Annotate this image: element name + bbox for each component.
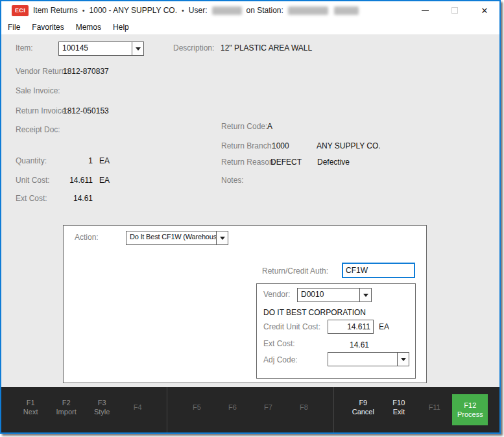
f7-key: F7 — [264, 403, 272, 412]
return-branch-label: Return Branch: — [221, 141, 274, 150]
company-title: 1000 - ANY SUPPLY CO. — [90, 6, 177, 15]
return-reason-value: DEFECT — [270, 158, 302, 167]
vendor-label: Vendor: — [263, 290, 290, 299]
unit-cost-label: Unit Cost: — [16, 176, 50, 185]
maximize-button — [440, 1, 470, 19]
maximize-icon — [451, 7, 458, 14]
f12-label: Process — [457, 410, 483, 419]
f3-style-button[interactable]: F3 Style — [84, 387, 120, 432]
menu-help[interactable]: Help — [107, 19, 135, 34]
chevron-down-icon[interactable] — [216, 231, 228, 244]
f9-cancel-button[interactable]: F9 Cancel — [345, 387, 381, 432]
f4-key: F4 — [134, 403, 142, 412]
notes-label: Notes: — [221, 176, 244, 185]
ext-cost-label: Ext Cost: — [16, 194, 47, 203]
function-key-group-2: F5 F6 F7 F8 — [167, 387, 333, 432]
minimize-icon — [422, 10, 429, 11]
ext-cost-value: 14.61 — [63, 194, 93, 203]
f10-label: Exit — [393, 407, 405, 416]
f11-key: F11 — [429, 403, 440, 412]
function-key-bar: F1 Next F2 Import F3 Style F4 F5 F6 — [1, 387, 499, 432]
title-separator: • — [82, 6, 85, 14]
vendor-ext-cost-value: 14.61 — [328, 340, 369, 349]
action-label: Action: — [75, 233, 99, 242]
vendor-ext-cost-label: Ext Cost: — [263, 339, 295, 348]
quantity-value: 1 — [63, 156, 93, 165]
title-separator: • — [182, 6, 184, 14]
chevron-down-icon[interactable] — [397, 353, 409, 366]
return-branch-name: ANY SUPPLY CO. — [317, 141, 381, 150]
f9-key: F9 — [359, 398, 367, 407]
credit-unit-cost-uom: EA — [379, 322, 389, 331]
f4-button: F4 — [120, 387, 156, 432]
vendor-panel: Vendor: D0010 DO IT BEST CORPORATION Cre… — [256, 283, 416, 379]
chevron-down-icon[interactable] — [359, 289, 371, 301]
menu-file[interactable]: File — [2, 19, 26, 34]
return-branch-value: 1000 — [272, 141, 289, 150]
vendor-value: D0010 — [298, 289, 359, 301]
chevron-down-icon[interactable] — [132, 42, 143, 55]
return-reason-label: Return Reason: — [221, 158, 276, 167]
f1-key: F1 — [27, 398, 35, 407]
f2-key: F2 — [62, 398, 71, 407]
f11-button: F11 — [416, 387, 452, 432]
receipt-doc-label: Receipt Doc: — [16, 125, 60, 134]
app-window: ECI Item Returns • 1000 - ANY SUPPLY CO.… — [0, 0, 501, 434]
f8-button: F8 — [286, 387, 322, 432]
vendor-return-label: Vendor Return: — [16, 67, 68, 76]
return-reason-description: Defective — [317, 158, 350, 167]
return-invoice-value: 1812-050153 — [63, 106, 109, 115]
close-button[interactable]: ✕ — [470, 1, 499, 19]
adj-code-dropdown[interactable] — [328, 352, 409, 366]
f9-label: Cancel — [352, 407, 374, 416]
user-label: User: — [189, 6, 208, 15]
f8-key: F8 — [300, 403, 308, 412]
quantity-label: Quantity: — [16, 156, 47, 165]
return-code-value: A — [267, 122, 272, 131]
function-key-group-3: F9 Cancel F10 Exit F11 F12 Process — [334, 387, 499, 432]
item-dropdown[interactable]: 100145 — [58, 41, 144, 56]
title-bar: ECI Item Returns • 1000 - ANY SUPPLY CO.… — [1, 1, 499, 19]
vendor-dropdown[interactable]: D0010 — [297, 288, 372, 302]
close-icon: ✕ — [481, 6, 488, 16]
item-label: Item: — [16, 43, 33, 53]
f10-exit-button[interactable]: F10 Exit — [381, 387, 416, 432]
f12-process-button[interactable]: F12 Process — [452, 394, 488, 425]
f5-key: F5 — [193, 403, 201, 412]
description-value: 12" PLASTIC AREA WALL — [221, 43, 312, 53]
f1-next-button[interactable]: F1 Next — [13, 387, 49, 432]
function-key-group-1: F1 Next F2 Import F3 Style F4 — [1, 387, 167, 432]
menu-favorites[interactable]: Favorites — [26, 19, 69, 34]
vendor-name: DO IT BEST CORPORATION — [263, 308, 366, 317]
f12-key: F12 — [464, 401, 476, 410]
sale-invoice-label: Sale Invoice: — [16, 86, 60, 95]
menu-memos[interactable]: Memos — [70, 19, 107, 34]
credit-unit-cost-label: Credit Unit Cost: — [263, 322, 320, 331]
main-content: Item: 100145 Description: 12" PLASTIC AR… — [1, 34, 499, 387]
item-value: 100145 — [59, 42, 132, 55]
f6-button: F6 — [215, 387, 250, 432]
return-credit-auth-input[interactable]: CF1W — [342, 263, 415, 278]
credit-unit-cost-input[interactable]: 14.611 — [328, 320, 374, 334]
adj-code-label: Adj Code: — [263, 355, 298, 364]
return-code-label: Return Code: — [221, 122, 267, 131]
f1-label: Next — [23, 407, 38, 416]
action-dropdown[interactable]: Do It Best CF1W (Warehouse) — [126, 231, 228, 245]
f3-key: F3 — [98, 398, 106, 407]
vendor-return-value: 1812-870837 — [63, 67, 109, 76]
redacted-station — [288, 6, 328, 15]
app-logo-icon: ECI — [12, 5, 29, 16]
unit-cost-uom: EA — [99, 176, 110, 185]
f5-button: F5 — [179, 387, 215, 432]
unit-cost-value: 14.611 — [63, 176, 93, 185]
redacted-username — [212, 6, 242, 15]
f10-key: F10 — [392, 398, 405, 407]
menu-bar: File Favorites Memos Help — [1, 19, 499, 34]
action-value: Do It Best CF1W (Warehouse) — [126, 231, 216, 244]
f2-import-button[interactable]: F2 Import — [49, 387, 84, 432]
station-label: on Station: — [246, 6, 283, 15]
quantity-uom: EA — [99, 156, 110, 165]
minimize-button[interactable] — [410, 1, 440, 19]
f6-key: F6 — [228, 403, 237, 412]
f7-button: F7 — [250, 387, 286, 432]
